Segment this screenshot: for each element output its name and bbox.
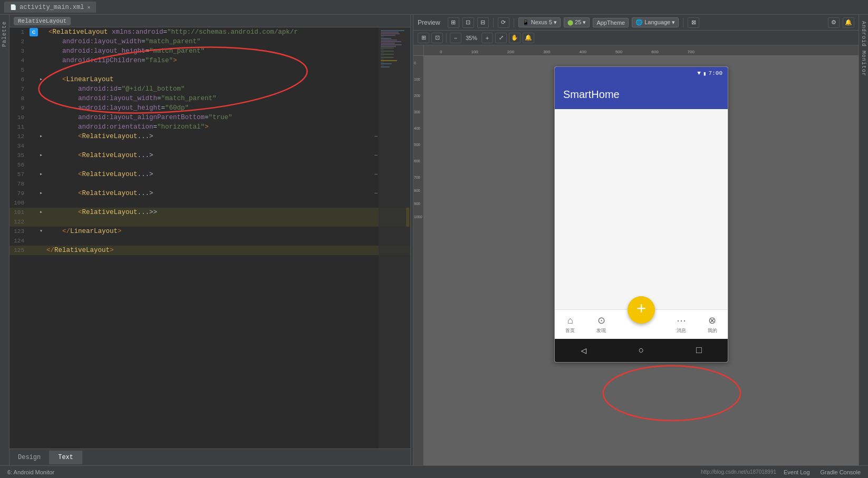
home-btn[interactable]: ○ (639, 345, 644, 356)
preview-toolbar: Preview ⊞ ⊡ ⊟ ⟳ 📱 Nexus 5 ▾ ⬤ 25 ▾ AppTh… (413, 15, 859, 31)
minimap (379, 27, 410, 448)
discover-icon: ⊙ (597, 315, 605, 326)
toolbar-sep-3 (683, 18, 683, 27)
api-selector[interactable]: ⬤ 25 ▾ (564, 17, 590, 27)
view1-btn[interactable]: ⊞ (418, 33, 429, 43)
home-label: 首页 (565, 327, 575, 334)
preview-panel: Preview ⊞ ⊡ ⊟ ⟳ 📱 Nexus 5 ▾ ⬤ 25 ▾ AppTh… (413, 15, 859, 465)
settings-btn[interactable]: ⚙ (828, 17, 840, 28)
device-selector[interactable]: 📱 Nexus 5 ▾ (518, 17, 561, 27)
palette-label: Palette (2, 21, 7, 47)
breadcrumb[interactable]: RelativeLayout (14, 17, 71, 25)
theme-label: AppTheme (596, 19, 625, 26)
bell-btn[interactable]: 🔔 (843, 17, 854, 28)
code-line-100: 100 (9, 198, 410, 208)
fab-button[interactable]: + (628, 296, 655, 324)
rotate-btn[interactable]: ⟳ (498, 17, 509, 28)
layout-icon-btn[interactable]: ⊠ (688, 17, 699, 28)
device-label: Nexus 5 ▾ (531, 19, 557, 26)
zoom-in-btn[interactable]: + (481, 33, 493, 43)
phone-nav-bar: ◁ ○ □ (555, 339, 728, 362)
list-view-btn[interactable]: ⊡ (462, 17, 474, 28)
code-line-3: 3 android:layout_height="match_parent" (9, 46, 410, 56)
battery-icon: ▮ (703, 70, 707, 77)
design-tab[interactable]: Design (9, 451, 50, 464)
file-tab-label: activity_main.xml (20, 4, 84, 11)
grid-view-btn[interactable]: ⊞ (448, 17, 459, 28)
app-title: SmartHome (563, 89, 620, 101)
phone-content (555, 109, 728, 309)
main-area: Palette RelativeLayout 1 C <RelativeLayo… (0, 15, 868, 465)
preview-toolbar-2: ⊞ ⊡ − 35% + ⤢ ✋ 🔔 (413, 31, 859, 45)
code-line-11: 11 android:orientation="horizontal"> (9, 122, 410, 132)
file-tab[interactable]: 📄 activity_main.xml ✕ (4, 2, 96, 13)
palette-strip: Palette (0, 15, 9, 465)
nav-item-message[interactable]: ⋯ 消息 (677, 315, 686, 334)
android-monitor-tab[interactable]: Android Monitor (861, 21, 866, 76)
ruler-corner (413, 45, 424, 56)
code-bottom-tabs: Design Text (9, 448, 410, 465)
phone-frame: ▼ ▮ 7:00 SmartHome (554, 66, 728, 363)
home-icon: ⌂ (567, 315, 573, 326)
code-line-101: 101 ▸ <RelativeLayout...>> (9, 208, 410, 217)
code-line-9: 9 android:layout_height="60dp" (9, 103, 410, 113)
status-icons: ▼ ▮ 7:00 (697, 70, 722, 77)
theme-selector[interactable]: AppTheme (593, 18, 629, 27)
time-display: 7:00 (709, 70, 722, 76)
text-tab[interactable]: Text (50, 451, 82, 464)
view2-btn[interactable]: ⊡ (431, 33, 443, 43)
mine-label: 我的 (708, 327, 717, 334)
preview-content: 0 100 200 300 400 500 600 700 0 (413, 45, 859, 465)
language-selector[interactable]: 🌐 Language ▾ (632, 17, 679, 27)
wifi-icon: ▼ (697, 70, 701, 76)
language-icon: 🌐 (635, 19, 643, 26)
phone-bottom-nav: + ⌂ 首页 ⊙ 发现 (555, 309, 728, 339)
recent-btn[interactable]: □ (696, 345, 702, 356)
fit-btn[interactable]: ⤢ (495, 33, 507, 43)
ruler-left: 0 100 200 300 400 500 600 700 800 900 10… (413, 56, 424, 465)
nav-item-home[interactable]: ⌂ 首页 (565, 315, 575, 334)
message-label: 消息 (677, 327, 686, 334)
code-area[interactable]: 1 C <RelativeLayout xmlns:android="http:… (9, 27, 410, 448)
right-strip: Android Monitor (859, 15, 868, 465)
close-tab-icon[interactable]: ✕ (87, 4, 90, 11)
back-btn[interactable]: ◁ (581, 345, 586, 356)
status-left: 6: Android Monitor (4, 468, 57, 476)
status-bar: 6: Android Monitor http://blog.csdn.net/… (0, 465, 868, 478)
line-num-1: 1 (9, 27, 28, 37)
android-monitor-btn[interactable]: 6: Android Monitor (4, 468, 57, 476)
bell-btn-2[interactable]: 🔔 (523, 33, 534, 43)
code-line-123: 123 ▾ </LinearLayout> (9, 227, 410, 236)
file-tab-bar: 📄 activity_main.xml ✕ (0, 0, 868, 15)
code-line-4: 4 android:clipChildren="false"> (9, 56, 410, 65)
code-line-1: 1 C <RelativeLayout xmlns:android="http:… (9, 27, 410, 37)
mine-icon: ⊗ (708, 315, 716, 326)
ruler-row: 0 100 200 300 400 500 600 700 (413, 45, 859, 56)
device-icon: 📱 (522, 19, 529, 26)
message-icon: ⋯ (677, 315, 686, 326)
nav-item-discover[interactable]: ⊙ 发现 (596, 315, 606, 334)
breadcrumb-bar: RelativeLayout (9, 15, 410, 27)
status-right: http://blog.csdn.net/u187018991 Event Lo… (701, 468, 864, 476)
gradle-console-btn[interactable]: Gradle Console (817, 468, 864, 476)
code-line-57: 57 ▸ <RelativeLayout...> — (9, 170, 410, 179)
code-line-124: 124 (9, 236, 410, 246)
event-log-btn[interactable]: Event Log (780, 468, 813, 476)
discover-label: 发现 (596, 327, 606, 334)
code-line-35: 35 ▸ <RelativeLayout...> — (9, 151, 410, 160)
fab-icon: + (636, 301, 646, 318)
nav-item-mine[interactable]: ⊗ 我的 (708, 315, 717, 334)
api-icon: ⬤ (567, 19, 573, 25)
design-view-btn[interactable]: ⊟ (477, 17, 489, 28)
zoom-out-btn[interactable]: − (450, 33, 461, 43)
svg-point-1 (603, 366, 740, 421)
code-panel: RelativeLayout 1 C <RelativeLayout xmlns… (9, 15, 410, 465)
pan-btn[interactable]: ✋ (509, 33, 520, 43)
ruler-top: 0 100 200 300 400 500 600 700 (424, 45, 859, 56)
code-line-78: 78 (9, 179, 410, 189)
code-line-56: 56 (9, 160, 410, 170)
code-line-8: 8 android:layout_width="match_parent" (9, 94, 410, 103)
code-line-125: 125 </RelativeLayout> (9, 246, 410, 255)
code-content-1: <RelativeLayout xmlns:android="http://sc… (47, 27, 410, 37)
c-icon: C (30, 28, 38, 36)
